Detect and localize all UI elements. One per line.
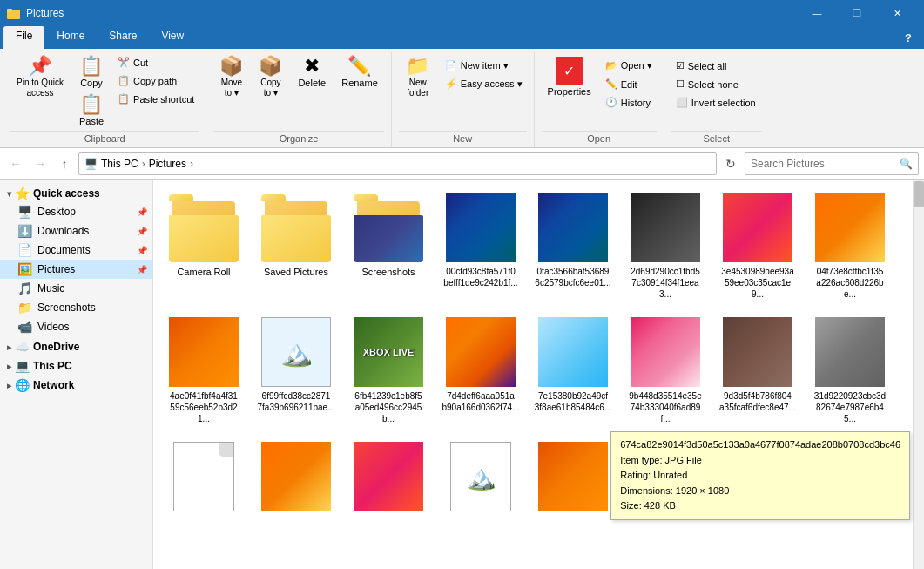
file-item-img-1[interactable]: 0fac3566baf536896c2579bcfc6ee01... [529, 186, 617, 306]
file-item-img-11[interactable]: 9d3d5f4b786f804a35fcaf6dfec8e47... [714, 311, 801, 430]
organize-label: Organize [213, 131, 383, 146]
paste-button[interactable]: 📋 Paste [73, 92, 110, 129]
history-button[interactable]: 🕐 History [601, 94, 657, 111]
sidebar-item-videos[interactable]: 📹 Videos [0, 317, 152, 336]
help-button[interactable]: ? [896, 28, 921, 47]
cut-button[interactable]: ✂️ Cut [113, 54, 199, 71]
open-button[interactable]: 📂 Open ▾ [601, 58, 657, 74]
close-button[interactable]: ✕ [877, 0, 917, 26]
address-path[interactable]: 🖥️ This PC › Pictures › [78, 152, 717, 175]
img-name-3: 3e4530989bee93a59ee03c35cac1e9... [718, 266, 797, 300]
file-item-img-7[interactable]: XBOX LIVE 6fb41239c1eb8f5a05ed496cc2945b… [345, 311, 432, 430]
search-box[interactable]: 🔍 [745, 152, 919, 175]
select-all-button[interactable]: ☑ Select all [671, 58, 760, 74]
invert-selection-button[interactable]: ⬜ Invert selection [671, 94, 760, 111]
open-col: 📂 Open ▾ ✏️ Edit 🕐 History [601, 54, 657, 111]
file-item-img-3[interactable]: 3e4530989bee93a59ee03c35cac1e9... [714, 186, 801, 306]
tab-home[interactable]: Home [44, 26, 97, 49]
sidebar-item-documents[interactable]: 📄 Documents 📌 [0, 240, 152, 260]
edit-button[interactable]: ✏️ Edit [601, 76, 657, 92]
tab-share[interactable]: Share [97, 26, 149, 49]
file-item-img-2[interactable]: 2d69d290cc1fbd57c30914f34f1eea3... [622, 186, 709, 306]
refresh-button[interactable]: ↻ [720, 153, 741, 174]
select-label: Select [671, 131, 762, 146]
ribbon: File Home Share View ? 📌 Pin to Quickacc… [0, 26, 924, 148]
folder-thumb-2 [261, 193, 331, 262]
file-item-doc[interactable] [160, 436, 247, 521]
clipboard-group: 📌 Pin to Quickaccess 📋 Copy 📋 Paste [3, 52, 206, 147]
tab-file[interactable]: File [3, 26, 44, 49]
onedrive-section[interactable]: ▸ ☁️ OneDrive [0, 336, 152, 356]
search-icon: 🔍 [900, 158, 913, 170]
file-item-img-9[interactable]: 7e15380b92a49cf3f8ae61b85484c6... [529, 311, 617, 430]
tab-view[interactable]: View [149, 26, 196, 49]
select-none-button[interactable]: ☐ Select none [671, 76, 760, 92]
paste-shortcut-button[interactable]: 📋 Paste shortcut [113, 91, 199, 107]
forward-button[interactable]: → [30, 153, 51, 174]
file-item-screenshots[interactable]: Screenshots [345, 186, 432, 306]
copy-button[interactable]: 📋 Copy [73, 54, 110, 91]
network-section[interactable]: ▸ 🌐 Network [0, 375, 152, 394]
rename-button[interactable]: ✏️ Rename [335, 54, 384, 91]
move-to-button[interactable]: 📦 Moveto ▾ [213, 54, 249, 101]
pin-to-quick-access-button[interactable]: 📌 Pin to Quickaccess [10, 54, 70, 101]
pin-icon: 📌 [137, 207, 147, 217]
paste-shortcut-icon: 📋 [118, 93, 130, 105]
copy-path-button[interactable]: 📋 Copy path [113, 72, 199, 89]
img-name-0: 00cfd93c8fa571f0befff1de9c242b1f... [443, 266, 517, 288]
thispc-section[interactable]: ▸ 💻 This PC [0, 356, 152, 375]
img-name-9: 7e15380b92a49cf3f8ae61b85484c6... [535, 390, 611, 413]
search-input[interactable] [751, 158, 896, 170]
copy-to-button[interactable]: 📦 Copyto ▾ [253, 54, 288, 101]
file-item-img-12[interactable]: 31d9220923cbc3d82674e7987e6b45... [806, 311, 894, 430]
folder-thumb-3 [354, 193, 423, 262]
sidebar-item-screenshots[interactable]: 📁 Screenshots [0, 298, 152, 317]
easy-access-button[interactable]: ⚡ Easy access ▾ [441, 76, 527, 92]
select-none-icon: ☐ [676, 78, 685, 90]
network-icon: 🌐 [15, 378, 30, 392]
scrollbar[interactable] [913, 180, 924, 569]
quick-access-section[interactable]: ▾ ⭐ Quick access [0, 183, 152, 202]
file-item-img-14[interactable] [345, 436, 432, 521]
new-folder-button[interactable]: 📁 Newfolder [399, 54, 437, 101]
file-item-img-file[interactable]: 🏔️ [437, 436, 524, 521]
move-icon: 📦 [219, 57, 243, 76]
file-item-img-8[interactable]: 7d4deff6aaa051ab90a166d0362f74... [437, 311, 524, 430]
sidebar-item-desktop[interactable]: 🖥️ Desktop 📌 [0, 202, 152, 221]
file-item-img-4[interactable]: 04f73e8cffbc1f35a226ac608d226be... [806, 186, 894, 306]
sidebar-item-pictures[interactable]: 🖼️ Pictures 📌 [0, 260, 152, 279]
img-thumb-6: 🏔️ [261, 317, 331, 387]
maximize-button[interactable]: ❐ [837, 0, 877, 26]
file-item-img-10[interactable]: 9b448d35514e35e74b333040f6ad89f... [622, 311, 709, 430]
documents-icon: 📄 [17, 243, 32, 257]
img-thumb-7: XBOX LIVE [354, 317, 423, 387]
path-sep-1: › [142, 158, 145, 170]
path-part-pictures[interactable]: Pictures [149, 158, 186, 170]
select-group: ☑ Select all ☐ Select none ⬜ Invert sele… [664, 52, 769, 147]
downloads-icon: ⬇️ [17, 224, 32, 238]
file-item-img-6[interactable]: 🏔️ 6f99ffcd38cc28717fa39b696211bae... [253, 311, 340, 430]
up-button[interactable]: ↑ [54, 153, 75, 174]
file-item-img-13[interactable] [253, 436, 340, 521]
mountains-icon: 🏔️ [466, 463, 496, 491]
path-part-thispc[interactable]: This PC [101, 158, 138, 170]
minimize-button[interactable]: — [797, 0, 837, 26]
sidebar-item-music[interactable]: 🎵 Music [0, 279, 152, 298]
file-item-img-15[interactable] [529, 436, 617, 521]
delete-button[interactable]: ✖ Delete [292, 54, 332, 91]
titlebar: Pictures — ❐ ✕ [0, 0, 924, 26]
cut-icon: ✂️ [118, 57, 130, 68]
file-item-saved-pictures[interactable]: Saved Pictures [253, 186, 340, 306]
img-thumb-5 [169, 317, 239, 387]
screenshots-icon: 📁 [17, 301, 32, 315]
folder-name-2: Saved Pictures [264, 266, 328, 278]
file-item-camera-roll[interactable]: Camera Roll [160, 186, 247, 306]
delete-icon: ✖ [304, 57, 320, 76]
img-name-10: 9b448d35514e35e74b333040f6ad89f... [626, 390, 705, 424]
sidebar-item-downloads[interactable]: ⬇️ Downloads 📌 [0, 221, 152, 240]
properties-button[interactable]: ✓ Properties [542, 54, 597, 99]
new-item-button[interactable]: 📄 New item ▾ [441, 58, 527, 74]
file-item-img-5[interactable]: 4ae0f41fbf4a4f3159c56eeb52b3d21... [160, 311, 247, 430]
file-item-img-0[interactable]: 00cfd93c8fa571f0befff1de9c242b1f... [437, 186, 524, 306]
back-button[interactable]: ← [5, 153, 26, 174]
